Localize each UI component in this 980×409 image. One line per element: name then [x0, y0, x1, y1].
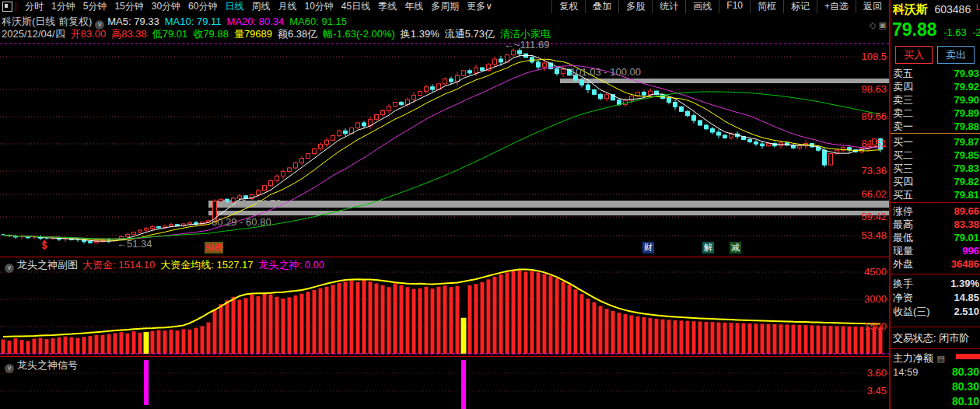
chart-corner-icons: ◇ ▣ — [870, 20, 887, 30]
toolbar-action-9[interactable]: 返回 — [856, 0, 889, 13]
toolbar-action-4[interactable]: 画线 — [685, 0, 719, 13]
panel-row[interactable]: 卖一79.88 — [893, 121, 979, 132]
ma-values: MA5: 79.33MA10: 79.11MA20: 80.34MA60: 91… — [107, 16, 352, 27]
header-value: 大资金: 1514.10 — [82, 259, 155, 271]
bottom-panel-header: v龙头之神信号 — [2, 358, 78, 373]
main-flow-row: 主力净额 ▤ — [893, 351, 945, 365]
row-value: 83.38 — [954, 218, 979, 230]
row-label: 换手 — [893, 278, 913, 289]
panel-row[interactable]: 卖三79.90 — [893, 94, 979, 106]
chevron-down-icon[interactable]: v — [5, 364, 14, 373]
toolbar-period-13[interactable]: 多周期 — [427, 0, 463, 13]
svg-text:89.66: 89.66 — [861, 110, 887, 122]
row-label: 最低 — [893, 232, 913, 243]
toolbar-action-7[interactable]: 标记 — [783, 0, 817, 13]
toolbar-period-10[interactable]: 45日线 — [338, 0, 374, 13]
toolbar-period-9[interactable]: 10分钟 — [300, 0, 337, 13]
row-label: 收益(三) — [893, 306, 930, 317]
row-label: 卖二 — [893, 107, 913, 119]
header-value: 清洁小家电 — [500, 28, 551, 40]
row-value: 79.83 — [954, 163, 979, 174]
row-label: 外盘 — [893, 258, 913, 270]
stock-code: 603486 — [934, 3, 971, 16]
trade-tick-row[interactable]: 80.10 — [893, 396, 979, 407]
panel-divider — [891, 274, 980, 274]
row-label: 净资 — [893, 292, 913, 303]
toolbar-action-6[interactable]: 简框 — [750, 0, 783, 13]
row-value: 89.66 — [954, 205, 979, 217]
toolbar-period-8[interactable]: 月线 — [274, 0, 300, 13]
trade-tick-row[interactable]: 80.30 — [893, 381, 979, 393]
toolbar-period-2[interactable]: 5分钟 — [79, 0, 111, 13]
diamond-icon[interactable]: ◇ — [870, 20, 876, 30]
panel-row[interactable]: 卖二79.89 — [893, 107, 979, 119]
toolbar-action-0[interactable]: 复权 — [551, 0, 585, 13]
toolbar-period-1[interactable]: 1分钟 — [47, 0, 79, 13]
panel-row[interactable]: 外盘36486 — [893, 258, 979, 270]
panel-row[interactable]: 现量996 — [893, 245, 979, 257]
toolbar-divider — [16, 2, 16, 12]
mid-panel-header: v龙头之神副图大资金: 1514.10大资金均线: 1527.17龙头之神: 0… — [2, 258, 330, 273]
panel-row[interactable]: 买四79.82 — [893, 176, 979, 187]
toolbar-period-3[interactable]: 15分钟 — [110, 0, 147, 13]
panel-icon[interactable]: ▣ — [879, 20, 887, 30]
toolbar-action-3[interactable]: 统计 — [652, 0, 685, 13]
bottom-panel-title: 龙头之神信号 — [17, 359, 78, 371]
panel-row[interactable]: 买三79.83 — [893, 163, 979, 174]
svg-text:108.5: 108.5 — [861, 51, 887, 62]
sell-button[interactable]: 卖出 — [937, 46, 975, 64]
svg-text:59.42: 59.42 — [861, 211, 887, 222]
chart-header-row: 科沃斯(日线 前复权)vMA5: 79.33MA10: 79.11MA20: 8… — [2, 15, 888, 26]
main-chart-svg[interactable]: ←~111.69101.03 - 100.0084.03 - 64.7060.2… — [0, 0, 889, 409]
row-label: 买四 — [893, 176, 913, 187]
svg-text:1500: 1500 — [864, 320, 887, 332]
toolbar-action-5[interactable]: F10 — [719, 0, 750, 13]
panel-row[interactable]: 收益(三)2.510 — [893, 306, 979, 317]
panel-row[interactable]: 卖四79.92 — [893, 81, 979, 93]
svg-text:84.03 - 64.70: 84.03 - 64.70 — [222, 198, 282, 209]
row-label: 卖三 — [893, 94, 913, 106]
toolbar-period-11[interactable]: 季线 — [374, 0, 401, 13]
window-icon[interactable] — [2, 2, 12, 12]
toolbar-period-7[interactable]: 周线 — [247, 0, 274, 13]
panel-row[interactable]: 最高83.38 — [893, 218, 979, 230]
panel-row[interactable]: 换手1.39% — [893, 278, 979, 289]
row-value: 80.30 — [952, 366, 979, 378]
toolbar-action-8[interactable]: +自选 — [817, 0, 856, 13]
trade-tick-row[interactable]: 14:5980.30 — [893, 366, 979, 378]
main-flow-bar — [956, 354, 980, 359]
toolbar-period-14[interactable]: 更多∨ — [463, 0, 496, 13]
toolbar-action-1[interactable]: 叠加 — [585, 0, 618, 13]
row-value: 79.90 — [954, 94, 979, 106]
toolbar-period-4[interactable]: 30分钟 — [148, 0, 184, 13]
panel-row[interactable]: 买一79.87 — [893, 136, 979, 148]
list-icon[interactable]: ▤ — [936, 354, 944, 363]
panel-row[interactable]: 买五79.81 — [893, 189, 979, 201]
row-label: 现量 — [893, 245, 913, 257]
buy-button[interactable]: 买入 — [895, 46, 933, 64]
toolbar-action-2[interactable]: 多股 — [618, 0, 652, 13]
toolbar-period-6[interactable]: 日线 — [221, 0, 247, 13]
toolbar-period-5[interactable]: 60分钟 — [184, 0, 221, 13]
mid-panel-title: 龙头之神副图 — [17, 259, 78, 271]
header-value: 幅-1.63(-2.00%) — [323, 28, 394, 40]
panel-row[interactable]: 最低79.01 — [893, 232, 979, 243]
price-row: 79.88 -1.63 -2. — [892, 19, 980, 40]
panel-row[interactable]: 卖五79.93 — [893, 68, 979, 79]
toolbar-period-0[interactable]: 分时 — [21, 0, 47, 13]
row-value: 80.30 — [952, 381, 979, 393]
row-value: 80.10 — [952, 396, 979, 407]
toolbar-period-12[interactable]: 年线 — [401, 0, 427, 13]
panel-row[interactable]: 买二79.85 — [893, 149, 979, 161]
main-flow-label: 主力净额 — [893, 352, 933, 364]
chevron-down-icon[interactable]: v — [5, 264, 14, 273]
panel-row[interactable]: 涨停89.66 — [893, 205, 979, 217]
chart-title: 科沃斯(日线 前复权) — [2, 16, 92, 27]
panel-row[interactable]: 净资14.85 — [893, 292, 979, 303]
chart-info-row: 2025/12/04/四开83.00高83.38低79.01收79.88量796… — [2, 27, 888, 39]
row-label: 买一 — [893, 136, 913, 148]
svg-text:←51.34: ←51.34 — [117, 238, 152, 250]
toolbar-action-group: 复权叠加多股统计画线F10简框标记+自选返回 — [551, 0, 889, 13]
header-value: 大资金均线: 1527.17 — [160, 259, 253, 271]
bid-ask-divider — [891, 133, 980, 134]
